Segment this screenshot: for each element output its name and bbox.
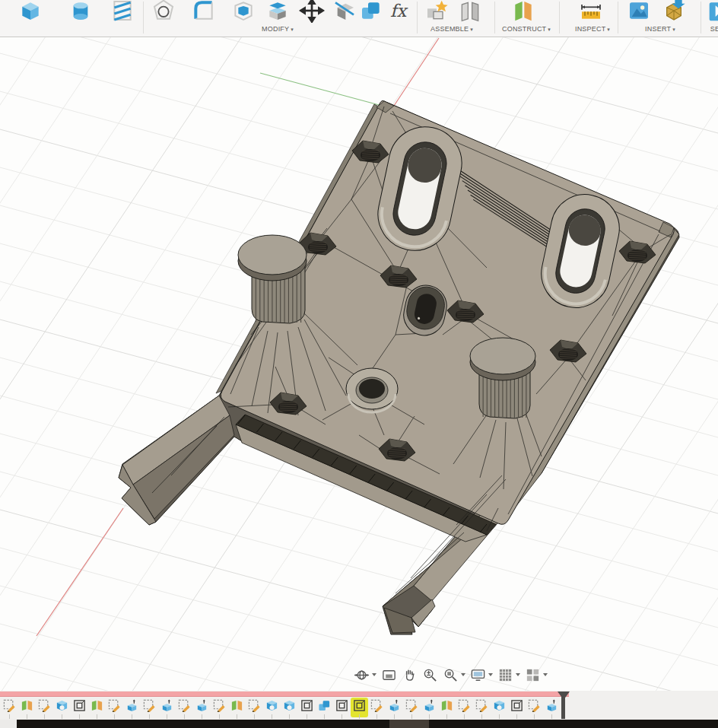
dropdown-caret-icon[interactable] <box>488 673 493 676</box>
timeline-feature-sketch[interactable] <box>456 698 473 713</box>
primitive-cylinder-icon[interactable] <box>65 0 96 24</box>
timeline-feature-sketch[interactable] <box>36 698 53 713</box>
timeline-feature-construction-plane[interactable] <box>88 698 106 713</box>
timeline-feature-hole[interactable] <box>53 698 71 713</box>
timeline-feature-sketch[interactable] <box>176 698 193 713</box>
toolbar-divider <box>701 2 701 33</box>
new-component-icon[interactable] <box>421 0 452 24</box>
toolbar: fxMODIFY▾ASSEMBLE▾CONSTRUCT▾INSPECT▾INSE… <box>0 0 718 37</box>
insert-mesh-icon[interactable] <box>659 0 689 24</box>
view-navigation-bar <box>351 665 550 685</box>
design-timeline <box>0 691 718 720</box>
os-taskbar-edge <box>0 720 718 728</box>
timeline-feature-sketch[interactable] <box>141 698 158 713</box>
timeline-feature-extrude[interactable] <box>421 698 438 713</box>
toolbar-divider <box>559 2 560 33</box>
svg-text:fx: fx <box>390 1 408 21</box>
select-icon[interactable] <box>704 0 718 24</box>
timeline-position-marker[interactable] <box>557 691 570 719</box>
toolbar-group-label-modify[interactable]: MODIFY▾ <box>232 25 323 33</box>
timeline-feature-sketch[interactable] <box>246 698 263 713</box>
timeline-feature-sketch[interactable] <box>106 698 123 713</box>
timeline-feature-sketch[interactable] <box>368 698 386 713</box>
dropdown-caret-icon[interactable] <box>516 673 520 676</box>
coil-icon[interactable] <box>107 0 138 24</box>
timeline-feature-extrude[interactable] <box>158 698 176 713</box>
dropdown-caret-icon[interactable] <box>543 673 548 676</box>
insert-image-icon[interactable] <box>624 0 654 24</box>
move-icon[interactable] <box>297 0 327 24</box>
split-body-icon[interactable] <box>329 0 360 24</box>
toolbar-divider <box>143 2 144 33</box>
timeline-feature-construction-plane[interactable] <box>228 698 246 713</box>
press-pull-icon[interactable] <box>148 0 179 24</box>
timeline-feature-construction-plane[interactable] <box>18 698 36 713</box>
primitive-box-icon[interactable] <box>15 0 46 24</box>
timeline-feature-hole[interactable] <box>491 698 508 713</box>
timeline-feature-rectangular-pattern[interactable] <box>508 698 526 713</box>
construction-plane-icon[interactable] <box>508 0 538 24</box>
toolbar-divider <box>618 2 618 33</box>
timeline-feature-rectangular-pattern[interactable] <box>298 698 316 713</box>
timeline-feature-construction-plane[interactable] <box>438 698 456 713</box>
toolbar-divider <box>494 2 495 33</box>
viewports-icon[interactable] <box>525 667 548 683</box>
toolbar-group-label-se[interactable]: SE <box>669 25 718 33</box>
dropdown-caret-icon: ▾ <box>470 27 473 32</box>
change-parameters-icon[interactable]: fx <box>384 0 415 24</box>
dropdown-caret-icon[interactable] <box>461 673 465 676</box>
timeline-feature-extrude[interactable] <box>386 698 403 713</box>
timeline-feature-rectangular-pattern[interactable] <box>71 698 88 713</box>
timeline-feature-rectangular-pattern[interactable] <box>333 698 351 713</box>
timeline-progress-bar <box>0 691 569 697</box>
model-3d-body[interactable] <box>119 100 679 634</box>
joint-icon[interactable] <box>455 0 485 24</box>
timeline-feature-sketch[interactable] <box>526 698 543 713</box>
partial-logo-icon[interactable] <box>0 0 8 24</box>
orbit-icon[interactable] <box>354 667 376 683</box>
timeline-feature-extrude[interactable] <box>193 698 211 713</box>
measure-icon[interactable] <box>576 0 606 24</box>
look-at-icon[interactable] <box>381 667 397 683</box>
combine-icon[interactable] <box>356 0 386 24</box>
timeline-feature-sketch[interactable] <box>211 698 228 713</box>
timeline-feature-hole[interactable] <box>281 698 298 713</box>
viewport-canvas[interactable] <box>0 37 718 691</box>
dropdown-caret-icon[interactable] <box>372 673 376 676</box>
y-axis-green <box>260 73 382 106</box>
display-settings-icon[interactable] <box>470 667 493 683</box>
timeline-feature-hole[interactable] <box>263 698 281 713</box>
timeline-feature-sketch[interactable] <box>1 698 18 713</box>
timeline-feature-rectangular-pattern[interactable] <box>351 698 368 713</box>
pan-icon[interactable] <box>402 667 418 683</box>
x-axis-red <box>392 38 439 108</box>
timeline-feature-sketch[interactable] <box>473 698 491 713</box>
dropdown-caret-icon: ▾ <box>291 27 294 32</box>
timeline-ticks <box>0 714 718 720</box>
timeline-feature-sketch[interactable] <box>403 698 421 713</box>
offset-face-icon[interactable] <box>262 0 293 24</box>
dropdown-caret-icon: ▾ <box>607 27 610 32</box>
fit-icon[interactable] <box>443 667 465 683</box>
grid-and-snaps-icon[interactable] <box>497 667 520 683</box>
toolbar-divider <box>417 2 418 33</box>
timeline-feature-extrude[interactable] <box>123 698 141 713</box>
shell-icon[interactable] <box>228 0 259 24</box>
timeline-feature-combine[interactable] <box>316 698 333 713</box>
zoom-icon[interactable] <box>422 667 438 683</box>
fillet-icon[interactable] <box>189 0 219 24</box>
